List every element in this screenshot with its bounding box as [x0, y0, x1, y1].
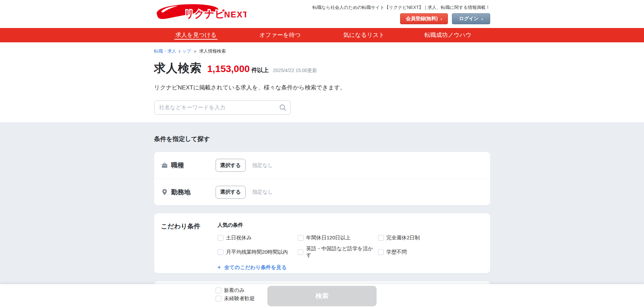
nav-item-watch-list[interactable]: 気になるリスト — [322, 28, 406, 42]
popular-conditions-label: 人気の条件 — [218, 222, 483, 228]
briefcase-icon — [161, 162, 168, 169]
kodawari-card: こだわり条件 人気の条件 土日祝休み 年間休日120日以上 完全週休2日制 — [154, 213, 490, 273]
location-select-button[interactable]: 選択する — [216, 186, 246, 199]
checkbox-input[interactable] — [378, 249, 384, 255]
checkbox-input[interactable] — [378, 235, 384, 241]
site-tagline: 転職なら社会人のための転職サイト【リクナビNEXT】｜求人、転職に関する情報満載… — [312, 4, 490, 11]
login-button[interactable]: ログイン › — [452, 13, 490, 24]
job-type-label: 職種 — [171, 161, 184, 170]
location-label: 勤務地 — [171, 188, 191, 197]
checkbox-new-only[interactable]: 新着のみ — [216, 287, 255, 294]
page-description: リクナビNEXTに掲載されている求人を、様々な条件から検索できます。 — [154, 84, 490, 92]
breadcrumb-current: 求人情報検索 — [199, 48, 226, 54]
search-icon[interactable] — [279, 104, 287, 111]
site-header: リクナビ NEXT 転職なら社会人のための転職サイト【リクナビNEXT】｜求人、… — [0, 0, 644, 28]
checkbox-full-2day-week[interactable]: 完全週休2日制 — [378, 235, 483, 241]
checkbox-low-overtime[interactable]: 月平均残業時間20時間以内 — [218, 246, 298, 258]
rikunabi-next-logo[interactable]: リクナビ NEXT — [154, 3, 246, 21]
breadcrumb-home-link[interactable]: 転職・求人 トップ — [154, 48, 191, 54]
location-pin-icon — [161, 188, 168, 196]
main-navbar: 求人を見つける オファーを待つ 気になるリスト 転職成功ノウハウ — [0, 28, 644, 42]
kodawari-label: こだわり条件 — [161, 222, 218, 273]
checkbox-input[interactable] — [216, 296, 221, 302]
job-type-value: 指定なし — [252, 162, 273, 169]
search-conditions-section: 条件を指定して探す 職種 選択する 指定なし — [0, 122, 644, 308]
logo-swoosh-icon: リクナビ NEXT — [154, 3, 246, 21]
job-type-select-button[interactable]: 選択する — [216, 159, 246, 172]
job-type-row: 職種 選択する 指定なし — [154, 152, 490, 179]
svg-text:NEXT: NEXT — [224, 10, 246, 19]
breadcrumb: 転職・求人 トップ > 求人情報検索 — [154, 42, 490, 54]
chevron-right-icon: › — [481, 16, 483, 22]
nav-item-wait-offers[interactable]: オファーを待つ — [238, 28, 322, 42]
breadcrumb-separator: > — [194, 49, 196, 54]
checkbox-120-days-off[interactable]: 年間休日120日以上 — [298, 235, 378, 241]
checkbox-weekends-off[interactable]: 土日祝休み — [218, 235, 298, 241]
checkbox-input[interactable] — [218, 235, 223, 241]
signup-button[interactable]: 会員登録(無料) › — [400, 13, 448, 24]
nav-item-career-knowhow[interactable]: 転職成功ノウハウ — [406, 28, 490, 42]
search-submit-button[interactable]: 検索 — [267, 286, 377, 306]
job-count-suffix: 件以上 — [251, 66, 269, 74]
location-value: 指定なし — [252, 189, 273, 195]
checkbox-no-education-req[interactable]: 学歴不問 — [378, 246, 483, 258]
plus-icon: + — [218, 264, 221, 271]
all-conditions-link[interactable]: + 全てのこだわり条件を見る — [218, 264, 483, 271]
main-content: 転職・求人 トップ > 求人情報検索 求人検索 1,153,000 件以上 20… — [0, 42, 644, 122]
svg-text:リクナビ: リクナビ — [184, 9, 225, 19]
keyword-search-input[interactable] — [154, 100, 291, 115]
updated-timestamp: 2025/4/22 15:00更新 — [273, 68, 317, 74]
job-location-card: 職種 選択する 指定なし 勤務地 選択する 指定なし — [154, 152, 490, 205]
checkbox-inexperienced-welcome[interactable]: 未経験者歓迎 — [216, 295, 255, 302]
job-count: 1,153,000 — [207, 64, 250, 74]
nav-item-find-jobs[interactable]: 求人を見つける — [154, 28, 238, 42]
checkbox-input[interactable] — [298, 235, 304, 241]
chevron-right-icon: › — [441, 16, 442, 22]
sticky-search-bar: 新着のみ 未経験者歓迎 検索 — [0, 284, 644, 308]
checkbox-input[interactable] — [218, 249, 223, 255]
conditions-heading: 条件を指定して探す — [154, 122, 490, 143]
checkbox-input[interactable] — [216, 288, 221, 293]
checkbox-language-skills[interactable]: 英語・中国語など語学を活かす — [298, 246, 378, 258]
checkbox-input[interactable] — [298, 249, 304, 255]
location-row: 勤務地 選択する 指定なし — [154, 179, 490, 205]
page-title: 求人検索 — [154, 60, 202, 76]
